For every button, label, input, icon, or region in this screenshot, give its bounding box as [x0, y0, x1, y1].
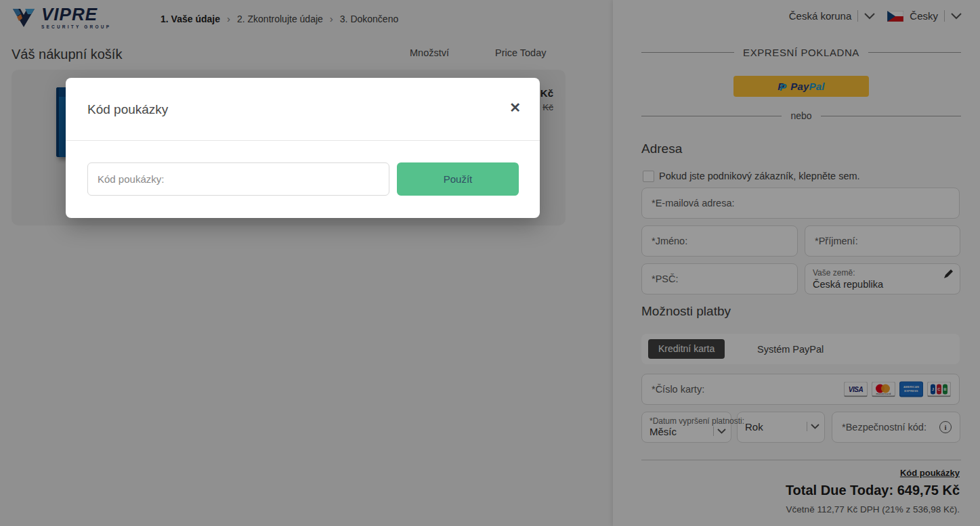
modal-title: Kód poukázky	[87, 102, 168, 117]
apply-voucher-button[interactable]: Použít	[397, 162, 519, 196]
voucher-code-input[interactable]	[87, 162, 389, 196]
modal-divider	[66, 140, 540, 141]
close-icon[interactable]: ✕	[509, 101, 521, 114]
voucher-code-modal: Kód poukázky ✕ Použít	[66, 78, 540, 218]
checkout-page: VIPRE SECURITY GROUP 1. Vaše údaje › 2. …	[0, 0, 980, 526]
